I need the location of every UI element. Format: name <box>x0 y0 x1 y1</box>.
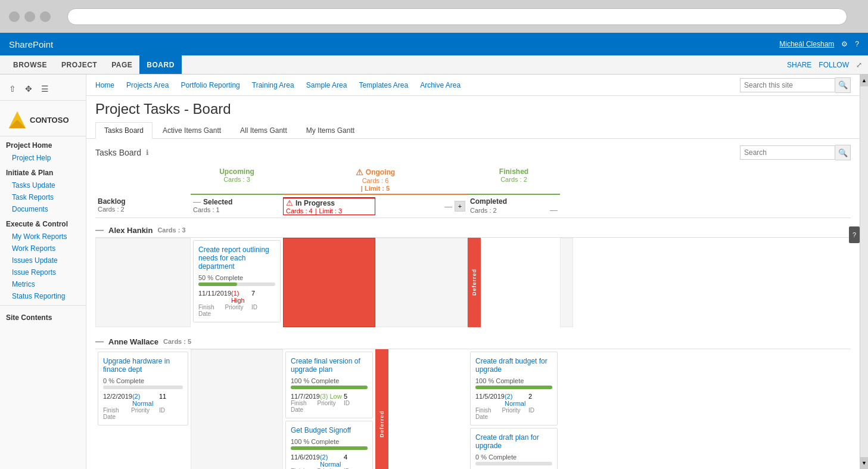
sitenav-portfolio[interactable]: Portfolio Reporting <box>181 81 239 89</box>
sidebar-site-contents[interactable]: Site Contents <box>0 309 86 324</box>
ongoing-count-limit: Cards : 6 <box>283 177 468 184</box>
sidebar-project-home[interactable]: Project Home <box>0 136 86 152</box>
in-progress-limit: | <box>315 207 317 215</box>
sidebar-project-help[interactable]: Project Help <box>0 152 86 164</box>
site-search-button[interactable]: 🔍 <box>835 77 851 93</box>
alex-card-1-meta: 11/11/2019 (1) High 7 <box>198 290 275 304</box>
tab-my-gantt[interactable]: My Items Gantt <box>297 122 363 138</box>
sidebar-icons: ⇧ ✥ ☰ <box>0 77 86 101</box>
anne-card-backlog-1[interactable]: Upgrade hardware in finance dept 0 % Com… <box>98 352 188 425</box>
anne-ip1-id-lbl: ID <box>344 400 368 413</box>
alex-card-1-progress-label: 50 % Complete <box>198 274 275 281</box>
move-icon[interactable]: ✥ <box>22 82 35 95</box>
gear-icon[interactable]: ⚙ <box>841 40 848 48</box>
sitenav-archive[interactable]: Archive Area <box>420 81 461 89</box>
sidebar-metrics[interactable]: Metrics <box>0 278 86 290</box>
site-nav: Home Projects Area Portfolio Reporting T… <box>86 74 860 96</box>
alex-deferred-wrapper: Deferred <box>468 238 560 327</box>
upcoming-count: Cards : 3 <box>191 176 283 183</box>
anne-b1-progress-label: 0 % Complete <box>103 377 183 384</box>
alex-card-1-id-val: 7 <box>251 290 275 304</box>
anne-c2-title: Create draft plan for upgrade <box>475 433 552 450</box>
sidebar-documents[interactable]: Documents <box>0 203 86 215</box>
backlog-count: Cards : 2 <box>98 206 188 213</box>
anne-ip-card-2[interactable]: Get Budget Signoff 100 % Complete 11/6/2… <box>285 421 373 469</box>
finished-label: Finished <box>468 167 560 176</box>
anne-ip2-meta-vals: 11/6/2019 (2) Normal 4 <box>291 454 368 468</box>
sidebar-work-reports[interactable]: Work Reports <box>0 243 86 254</box>
scroll-down[interactable]: ▼ <box>860 457 868 469</box>
sidebar-execute[interactable]: Execute & Control <box>0 215 86 231</box>
tab-tasks-board[interactable]: Tasks Board <box>95 122 153 139</box>
alex-deferred-badge: Deferred <box>468 238 481 327</box>
in-progress-add-button[interactable]: + <box>455 201 465 212</box>
help-icon[interactable]: ? <box>855 40 859 48</box>
sitenav-projects[interactable]: Projects Area <box>126 81 169 89</box>
board-info-icon: ℹ <box>146 148 149 157</box>
alex-deferred-empty <box>375 238 468 327</box>
sitenav-training[interactable]: Training Area <box>252 81 294 89</box>
sitenav-templates[interactable]: Templates Area <box>359 81 408 89</box>
board-search-input[interactable] <box>740 145 835 160</box>
sidebar-initiate[interactable]: Initiate & Plan <box>0 164 86 179</box>
anne-ip1-prog-label: 100 % Complete <box>291 377 368 384</box>
anne-c1-id: 2 <box>528 393 552 407</box>
anne-count: Cards : 5 <box>163 338 191 345</box>
nav-bar: BROWSE PROJECT PAGE BOARD SHARE FOLLOW ⤢ <box>0 55 868 74</box>
site-search-input[interactable] <box>740 78 835 92</box>
sidebar-my-work-reports[interactable]: My Work Reports <box>0 231 86 243</box>
user-area: Micheál Clesham ⚙ ? <box>779 40 859 48</box>
sharepoint-title: SharePoint <box>9 39 779 49</box>
scroll-up[interactable]: ▲ <box>860 74 868 86</box>
anne-c-card-1[interactable]: Create draft budget for upgrade 100 % Co… <box>470 352 558 425</box>
anne-backlog: Upgrade hardware in finance dept 0 % Com… <box>95 349 191 469</box>
anne-c1-id-lbl: ID <box>528 407 552 420</box>
completed-collapse-icon[interactable]: — <box>550 206 558 215</box>
address-bar[interactable] <box>67 8 847 25</box>
sidebar-issue-reports[interactable]: Issue Reports <box>0 266 86 278</box>
board-header: Tasks Board ℹ 🔍 <box>95 145 851 160</box>
sitenav-sample[interactable]: Sample Area <box>306 81 347 89</box>
upload-icon[interactable]: ⇧ <box>6 82 19 95</box>
anne-deferred-text: Deferred <box>379 411 385 437</box>
anne-ip-card-1[interactable]: Create final version of upgrade plan 100… <box>285 352 373 418</box>
sidebar-task-reports[interactable]: Task Reports <box>0 191 86 203</box>
anne-c-card-2[interactable]: Create draft plan for upgrade 0 % Comple… <box>470 428 558 469</box>
anne-collapse[interactable]: — <box>95 337 104 346</box>
anne-c2-prog-label: 0 % Complete <box>475 454 552 461</box>
list-icon[interactable]: ☰ <box>38 82 51 95</box>
anne-ip2-id: 4 <box>344 454 368 468</box>
help-tab[interactable]: ? <box>849 226 860 243</box>
share-button[interactable]: SHARE <box>787 61 811 69</box>
anne-c1-date-lbl: Finish Date <box>475 407 502 420</box>
scrollbar-right[interactable]: ▲ ▼ <box>860 74 868 469</box>
alex-card-1[interactable]: Create report outlining needs for each d… <box>193 240 281 322</box>
in-progress-collapse-icon[interactable]: — <box>444 202 452 211</box>
anne-cards: Upgrade hardware in finance dept 0 % Com… <box>95 349 851 469</box>
subheader-empty <box>560 197 573 215</box>
anne-ip1-prio: (3) Low <box>320 393 344 400</box>
user-name[interactable]: Micheál Clesham <box>779 40 834 48</box>
anne-b1-meta-labels: Finish Date Priority ID <box>103 407 183 420</box>
sidebar-tasks-update[interactable]: Tasks Update <box>0 179 86 191</box>
anne-selected <box>191 349 283 469</box>
follow-button[interactable]: FOLLOW <box>819 61 849 69</box>
sitenav-home[interactable]: Home <box>95 81 114 89</box>
selected-collapse-icon[interactable]: — <box>193 197 201 206</box>
tab-active-gantt[interactable]: Active Items Gantt <box>154 122 230 138</box>
board-search-button[interactable]: 🔍 <box>835 145 851 160</box>
resize-icon[interactable]: ⤢ <box>856 61 862 69</box>
board-title: Tasks Board <box>95 148 141 157</box>
alex-name: Alex Hankin <box>108 226 153 235</box>
sidebar-status-reporting[interactable]: Status Reporting <box>0 290 86 302</box>
anne-in-progress: Create final version of upgrade plan 100… <box>283 349 375 469</box>
nav-project[interactable]: PROJECT <box>54 55 104 74</box>
nav-page[interactable]: PAGE <box>104 55 139 74</box>
tab-all-gantt[interactable]: All Items Gantt <box>231 122 296 138</box>
nav-browse[interactable]: BROWSE <box>6 55 54 74</box>
sidebar-issues-update[interactable]: Issues Update <box>0 254 86 266</box>
alex-collapse[interactable]: — <box>95 225 104 235</box>
alex-count: Cards : 3 <box>157 226 185 234</box>
nav-board[interactable]: BOARD <box>139 55 182 74</box>
anne-header: — Anne Wallace Cards : 5 <box>95 333 851 349</box>
